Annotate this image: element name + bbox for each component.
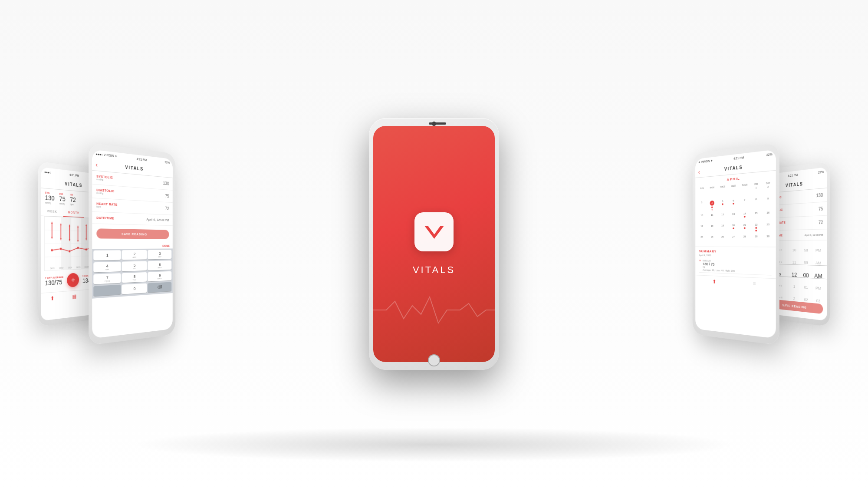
nav-share-icon-r1[interactable]: ⬆ <box>712 279 716 285</box>
key-0[interactable]: 0 <box>122 283 147 294</box>
phone-center: VITALS <box>369 118 499 370</box>
phone-center-screen: VITALS <box>373 126 495 362</box>
speaker <box>429 122 446 125</box>
cal-week-4: 17 18 19 20 21 22 <box>697 223 774 233</box>
scene: ●●●○ 4:21 PM 22% VITALS SYS 130 mmHg DIA <box>0 0 868 488</box>
save-reading-button[interactable]: SAVE READING <box>96 228 169 239</box>
nav-share-icon[interactable]: ⬆ <box>50 295 54 302</box>
calendar-grid: 1 2 3 4 ▼ 5 6 <box>695 185 776 244</box>
key-9[interactable]: 9WXYZ <box>148 271 172 282</box>
key-2[interactable]: 2ABC <box>122 250 147 260</box>
nav-title-right1: VITALS <box>724 165 743 171</box>
svg-text:04/14: 04/14 <box>68 267 72 269</box>
summary-section: SUMMARY April 4, 2016 ▼ 9:00 AM 130 / 75… <box>695 247 776 279</box>
key-6[interactable]: 6MNO <box>148 260 172 270</box>
cal-week-5: 24 25 26 27 28 29 30 <box>697 235 774 244</box>
svg-text:04/21: 04/21 <box>76 266 81 269</box>
key-delete[interactable]: ⌫ <box>148 282 172 293</box>
cal-week-3: 10 11 12 13 14 15 16 <box>697 211 774 222</box>
key-5[interactable]: 5JKL <box>122 261 147 271</box>
app-title-center: VITALS <box>413 264 455 276</box>
key-8[interactable]: 8TUV <box>122 272 147 283</box>
nav-filter-icon-r1[interactable]: ≡ <box>753 280 756 287</box>
vitals-logo <box>422 222 446 242</box>
picker-hour-col: 10 11 12 1 2 <box>789 244 800 304</box>
nav-back-right1[interactable]: ‹ <box>698 168 700 175</box>
stat-dia: DIA 75 mmHg <box>59 192 66 205</box>
svg-point-27 <box>77 247 79 249</box>
stat-sys: SYS 130 mmHg <box>45 191 55 204</box>
nav-title-left2: VITALS <box>65 181 82 188</box>
svg-point-28 <box>85 248 87 251</box>
keyboard: 1 2ABC 3DEF 4GHI 5JKL 6MNO 7PQRS 8TUV 9W… <box>92 248 172 298</box>
key-3[interactable]: 3DEF <box>148 250 172 259</box>
tab-week[interactable]: WEEK <box>41 207 63 217</box>
svg-point-25 <box>60 248 62 250</box>
picker-min-col: 58 59 00 01 02 <box>800 244 812 304</box>
key-7[interactable]: 7PQRS <box>93 273 121 284</box>
svg-text:04/01: 04/01 <box>50 267 55 270</box>
phone-left-input: ●●●○ VIRGIN ✦ 4:21 PM 22% ‹ VITALS SYSTO… <box>89 142 175 345</box>
svg-text:04/07: 04/07 <box>59 267 64 270</box>
nav-title-left1: VITALS <box>125 165 144 171</box>
summary-title: SUMMARY <box>699 249 771 254</box>
nav-title-right2: VITALS <box>786 181 803 188</box>
fab-add-button[interactable]: + <box>67 273 79 287</box>
phone-right-calendar-screen: ✦ VIRGIN ✦ 4:21 PM 22% ‹ VITALS APRIL SU… <box>695 149 776 338</box>
tab-month[interactable]: MONTH <box>63 208 84 218</box>
phone-left-input-screen: ●●●○ VIRGIN ✦ 4:21 PM 22% ‹ VITALS SYSTO… <box>92 149 172 338</box>
home-button[interactable] <box>428 354 440 366</box>
key-1[interactable]: 1 <box>93 250 121 260</box>
avg-7day: 7 DAY AVERAGE 130/75 <box>45 276 64 287</box>
key-4[interactable]: 4GHI <box>93 262 121 273</box>
stat-hr: HR 72 bpm <box>70 193 76 206</box>
cal-week-2: 3 4 ▼ 5 6 7 8 9 <box>697 197 774 211</box>
summary-date: April 4, 2016 <box>699 254 771 258</box>
phone-right-calendar: ✦ VIRGIN ✦ 4:21 PM 22% ‹ VITALS APRIL SU… <box>693 142 779 345</box>
svg-text:04/28: 04/28 <box>85 266 89 268</box>
ground-shadow <box>130 427 738 462</box>
nav-back-left1[interactable]: ‹ <box>95 161 98 168</box>
splash-screen: VITALS <box>373 126 495 362</box>
keyboard-row-1: 1 2ABC 3DEF <box>93 249 172 261</box>
summary-entry: ▼ 9:00 AM 130 / 75 72 Average: 91; Low: … <box>699 258 771 275</box>
app-icon <box>414 212 454 251</box>
cal-today[interactable]: 4 ▼ <box>707 200 717 211</box>
nav-calendar-icon[interactable]: ▦ <box>72 293 77 300</box>
keyboard-done[interactable]: DONE <box>92 243 172 249</box>
key-blank <box>93 285 121 297</box>
svg-point-24 <box>51 249 53 251</box>
picker-ampm-col: PM AM AM PM 03 <box>812 244 825 304</box>
